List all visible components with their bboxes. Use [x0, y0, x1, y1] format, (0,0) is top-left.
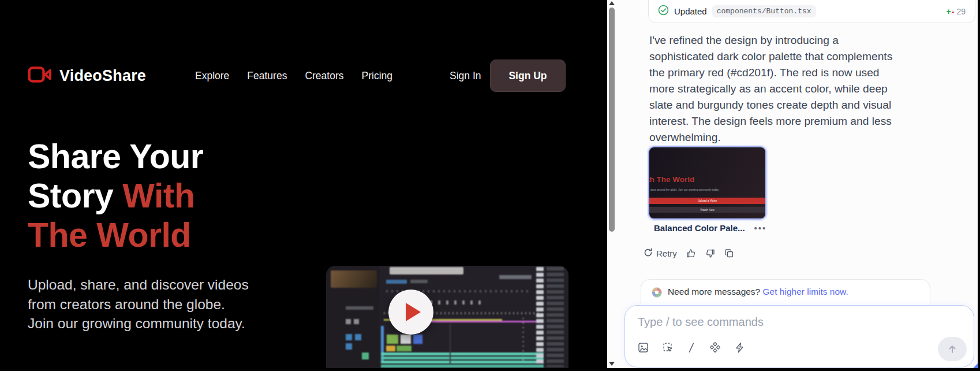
tool-file-path: components/Button.tsx — [712, 5, 816, 17]
thumb-hero-title: th The World — [648, 175, 694, 184]
limits-upgrade-link[interactable]: Get higher limits now. — [763, 287, 848, 296]
diff-count: 29 — [956, 7, 966, 16]
check-circle-icon — [658, 5, 669, 18]
hero-line1: Share Your — [28, 138, 203, 176]
diff-stat-badge: + - 29 — [947, 7, 966, 16]
composer-toolbar — [638, 342, 745, 353]
chat-panel: Updated components/Button.tsx + - 29 I'v… — [616, 0, 978, 368]
hero-subtitle: Upload, share, and discover videos from … — [28, 275, 254, 333]
retry-button[interactable]: Retry — [644, 248, 677, 259]
version-label[interactable]: Balanced Color Pale... — [654, 223, 745, 233]
editor-clip-list — [536, 267, 544, 363]
thumb-secondary-button: Watch Now — [649, 207, 765, 213]
hero-video-card — [326, 266, 568, 368]
hero-line3: The World — [28, 216, 191, 254]
select-element-icon[interactable] — [663, 342, 674, 353]
video-editor-image — [326, 266, 568, 368]
diff-added: + — [947, 7, 951, 16]
tool-update-card[interactable]: Updated components/Button.tsx + - 29 — [648, 0, 975, 23]
limits-text: Need more messages? Get higher limits no… — [668, 287, 848, 297]
version-row: Balanced Color Pale... ••• — [654, 223, 766, 233]
preview-scrollbar[interactable] — [607, 0, 616, 368]
hero-line2-accent: With — [122, 177, 194, 215]
assistant-message: I've refined the design by introducing a… — [649, 32, 906, 146]
scrollbar-down-arrow-icon[interactable] — [609, 362, 615, 366]
hero-title: Share Your Story With The World — [28, 137, 203, 255]
hero-line2-white: Story — [28, 177, 122, 215]
play-icon — [406, 303, 421, 321]
slash-command-icon[interactable] — [687, 342, 695, 353]
nav-links: Explore Features Creators Pricing — [195, 60, 392, 92]
more-options-icon[interactable]: ••• — [754, 223, 767, 233]
composer-input[interactable]: Type / to see commands — [638, 316, 927, 329]
thumb-primary-button: Upload a Video — [649, 198, 765, 204]
brand-name: VideoShare — [59, 67, 146, 85]
scrollbar-up-arrow-icon[interactable] — [609, 1, 615, 5]
sign-up-button[interactable]: Sign Up — [490, 60, 566, 92]
nav-link-explore[interactable]: Explore — [195, 70, 229, 82]
message-actions: Retry — [644, 248, 734, 259]
scrollbar-thumb[interactable] — [609, 8, 615, 232]
thumbs-down-icon[interactable] — [705, 248, 715, 258]
logo-pinwheel-icon — [652, 287, 662, 298]
attach-image-icon[interactable] — [638, 342, 649, 353]
diff-removed: - — [952, 7, 955, 16]
version-thumbnail[interactable]: th The World deos around the globe. Join… — [648, 146, 766, 220]
video-camera-icon — [28, 66, 52, 86]
retry-icon — [644, 248, 653, 259]
composer: Type / to see commands — [624, 305, 974, 368]
thumb-hero-subtitle: deos around the globe. Join our growing … — [650, 188, 719, 191]
blocks-diamond-icon[interactable] — [709, 342, 721, 353]
thumbs-up-icon[interactable] — [686, 248, 696, 258]
site-navbar: VideoShare Explore Features Creators Pri… — [0, 60, 607, 92]
copy-icon[interactable] — [724, 248, 734, 258]
resize-handle[interactable] — [973, 363, 978, 368]
nav-link-pricing[interactable]: Pricing — [362, 70, 393, 82]
window-bottom-edge — [0, 368, 980, 371]
tool-status-label: Updated — [674, 6, 707, 16]
sign-in-link[interactable]: Sign In — [450, 60, 481, 92]
send-button[interactable] — [938, 337, 967, 361]
retry-label: Retry — [656, 248, 677, 258]
brand-logo[interactable]: VideoShare — [28, 60, 146, 92]
nav-link-features[interactable]: Features — [247, 70, 287, 82]
lightning-icon[interactable] — [735, 342, 745, 353]
arrow-up-icon — [947, 344, 957, 354]
play-button[interactable] — [388, 290, 433, 335]
nav-link-creators[interactable]: Creators — [305, 70, 343, 82]
site-preview-panel: VideoShare Explore Features Creators Pri… — [0, 0, 607, 368]
window-right-edge — [978, 0, 980, 371]
